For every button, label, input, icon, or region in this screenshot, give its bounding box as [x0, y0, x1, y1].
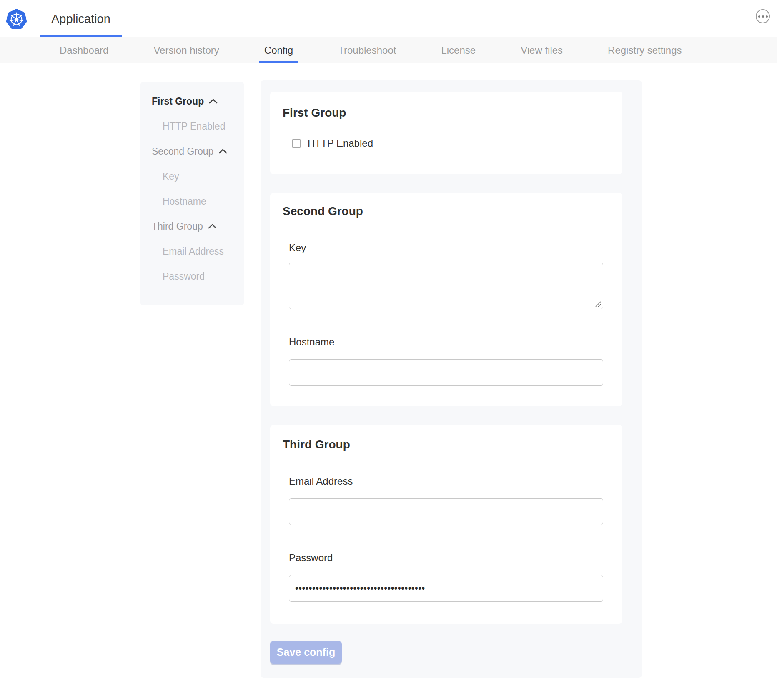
- tab-label: Config: [264, 45, 293, 56]
- tab-view-files[interactable]: View files: [498, 38, 585, 63]
- key-textarea[interactable]: [289, 262, 603, 309]
- config-panel: First Group HTTP Enabled Second Group Ke…: [261, 80, 642, 678]
- sidebar-item-http-enabled[interactable]: HTTP Enabled: [140, 114, 244, 139]
- ellipsis-icon: [762, 15, 764, 18]
- password-input[interactable]: [289, 575, 603, 602]
- tab-label: Version history: [153, 45, 219, 56]
- tab-label: View files: [521, 45, 563, 56]
- sidebar-item-label: Password: [163, 271, 205, 282]
- sidebar-item-label: Second Group: [152, 146, 213, 157]
- group-title: Second Group: [283, 204, 610, 218]
- tab-label: Registry settings: [608, 45, 682, 56]
- config-group-second: Second Group Key Hostname: [270, 193, 622, 406]
- application-tab-label: Application: [51, 12, 110, 26]
- email-address-label: Email Address: [289, 475, 610, 488]
- active-tab-indicator: [259, 61, 298, 63]
- config-group-third: Third Group Email Address Password: [270, 425, 622, 624]
- sidebar-item-label: Third Group: [152, 221, 203, 232]
- sidebar-item-label: Key: [163, 171, 179, 182]
- app-subnav: Dashboard Version history Config Trouble…: [0, 38, 777, 63]
- hostname-input[interactable]: [289, 359, 603, 386]
- kubernetes-logo-icon: [6, 9, 27, 30]
- sidebar-item-label: Hostname: [163, 196, 206, 207]
- chevron-up-icon: [208, 224, 217, 229]
- sidebar-item-label: Email Address: [163, 246, 224, 257]
- tab-label: Dashboard: [60, 45, 108, 56]
- config-group-first: First Group HTTP Enabled: [270, 92, 622, 174]
- group-title: First Group: [283, 106, 610, 120]
- hostname-label: Hostname: [289, 336, 610, 348]
- sidebar-item-label: First Group: [152, 96, 204, 107]
- ellipsis-icon: [766, 15, 768, 18]
- sidebar-item-third-group[interactable]: Third Group: [140, 214, 244, 239]
- sidebar-item-email-address[interactable]: Email Address: [140, 239, 244, 264]
- sidebar-item-password[interactable]: Password: [140, 264, 244, 289]
- tab-dashboard[interactable]: Dashboard: [37, 38, 131, 63]
- http-enabled-checkbox[interactable]: [292, 139, 301, 148]
- tab-troubleshoot[interactable]: Troubleshoot: [316, 38, 419, 63]
- group-title: Third Group: [283, 438, 610, 452]
- tab-license[interactable]: License: [419, 38, 498, 63]
- ellipsis-icon: [758, 15, 760, 18]
- save-config-button[interactable]: Save config: [270, 641, 342, 664]
- tab-config[interactable]: Config: [242, 38, 316, 63]
- sidebar-item-key[interactable]: Key: [140, 164, 244, 189]
- config-sidebar: First Group HTTP Enabled Second Group Ke…: [140, 82, 244, 305]
- key-label: Key: [289, 242, 610, 254]
- more-options-button[interactable]: [756, 9, 770, 23]
- chevron-up-icon: [218, 149, 227, 154]
- sidebar-item-hostname[interactable]: Hostname: [140, 189, 244, 214]
- http-enabled-label: HTTP Enabled: [308, 138, 373, 149]
- tab-registry-settings[interactable]: Registry settings: [585, 38, 704, 63]
- tab-label: Troubleshoot: [338, 45, 396, 56]
- application-tab[interactable]: Application: [51, 0, 110, 38]
- resize-corner-icon[interactable]: [595, 301, 602, 308]
- app-header: Application: [0, 0, 777, 38]
- tab-version-history[interactable]: Version history: [131, 38, 241, 63]
- sidebar-item-first-group[interactable]: First Group: [140, 89, 244, 114]
- password-label: Password: [289, 552, 610, 564]
- sidebar-item-label: HTTP Enabled: [163, 121, 225, 132]
- tab-label: License: [441, 45, 476, 56]
- email-address-input[interactable]: [289, 498, 603, 525]
- chevron-up-icon: [209, 99, 218, 104]
- sidebar-item-second-group[interactable]: Second Group: [140, 139, 244, 164]
